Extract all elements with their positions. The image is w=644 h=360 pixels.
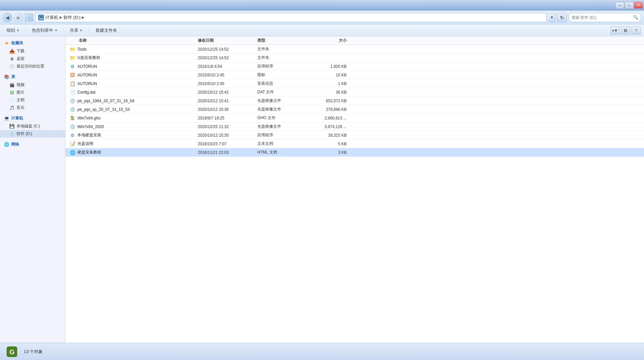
sidebar-item-recent[interactable]: 🕐 最近访问的位置 <box>0 63 65 70</box>
file-size-cell: 1,926 KB <box>310 64 353 69</box>
sidebar-favorites-header[interactable]: ★ 收藏夹 <box>0 39 65 47</box>
table-row[interactable]: 📁 Tools 2020/12/25 14:52 文件夹 <box>65 45 644 54</box>
file-type-cell: 应用程序 <box>257 64 310 69</box>
col-header-type[interactable]: 类型 <box>257 38 310 43</box>
organize-button[interactable]: 组织 ▼ <box>3 26 23 35</box>
col-header-name[interactable]: 名称 <box>65 38 198 43</box>
desktop-icon: 🖥 <box>9 56 15 62</box>
sidebar-network-label: 网络 <box>11 142 19 147</box>
file-date-cell: 2020/10/12 15:41 <box>198 99 257 103</box>
file-name-text: Tools <box>77 47 87 52</box>
table-row[interactable]: ⚙ AUTORUN 2016/1/8 4:54 应用程序 1,926 KB <box>65 62 644 71</box>
sidebar-item-docs[interactable]: 📄 文档 <box>0 96 65 104</box>
share-dropdown-icon: ▼ <box>80 29 83 32</box>
preview-pane-button[interactable]: ▤ <box>621 26 630 34</box>
file-icon: 🌐 <box>69 150 75 156</box>
sidebar-item-music[interactable]: 🎵 音乐 <box>0 104 65 112</box>
table-row[interactable]: 📄 Config.dat 2020/10/12 15:42 DAT 文件 36 … <box>65 88 644 97</box>
sidebar-network: 🌐 网络 <box>0 140 65 149</box>
c-drive-icon: 💾 <box>9 124 15 129</box>
back-button[interactable]: ◀ <box>3 13 12 22</box>
file-size-cell: 1 KB <box>310 81 353 86</box>
table-row[interactable]: 💿 Win7x64_2020 2020/12/25 11:32 光盘映像文件 3… <box>65 122 644 131</box>
sidebar-library-header[interactable]: 📚 库 <box>0 73 65 81</box>
file-type-cell: HTML 文档 <box>257 150 310 155</box>
sidebar-item-download[interactable]: 📥 下载 <box>0 47 65 55</box>
table-row[interactable]: 📝 光盘说明 2016/10/23 7:07 文本文档 5 KB <box>65 140 644 148</box>
search-bar[interactable]: 🔍 <box>569 13 641 22</box>
help-button[interactable]: ? <box>631 26 641 34</box>
view-options-button[interactable]: ≡▼ <box>610 26 620 34</box>
computer-icon: 💻 <box>38 15 44 21</box>
file-area: 名称 修改日期 类型 大小 📁 Tools 2020/12/25 14:52 文… <box>65 36 644 343</box>
table-row[interactable]: 🖼 AUTORUN 2015/5/10 2:45 图标 10 KB <box>65 71 644 79</box>
close-button[interactable]: ✕ <box>634 2 643 9</box>
up-button[interactable]: ↑ <box>25 14 33 22</box>
file-size-cell: 3,874,126 ... <box>310 124 353 129</box>
table-row[interactable]: 📁 U盘安装教程 2020/12/25 14:52 文件夹 <box>65 54 644 62</box>
table-row[interactable]: 🌐 硬盘安装教程 2016/11/21 22:03 HTML 文档 3 KB <box>65 148 644 157</box>
file-name-text: pe_yqs_1064_20_07_31_16_04 <box>77 99 134 103</box>
file-name-text: Win7x64_2020 <box>77 124 104 129</box>
sidebar-item-desktop[interactable]: 🖥 桌面 <box>0 55 65 63</box>
file-name-text: 硬盘安装教程 <box>77 150 101 155</box>
sidebar-item-c-drive[interactable]: 💾 本地磁盘 (C:) <box>0 122 65 130</box>
file-icon: ⚙ <box>69 64 75 69</box>
breadcrumb-computer[interactable]: 计算机 <box>45 15 58 21</box>
file-name-cell: 🗜 Win7x64.gho <box>65 115 198 121</box>
breadcrumb-sep-1: ▶ <box>60 15 62 20</box>
col-header-size[interactable]: 大小 <box>310 38 353 43</box>
share-button[interactable]: 共享 ▼ <box>66 26 86 35</box>
breadcrumb[interactable]: 💻 计算机 ▶ 软件 (D:) ▶ <box>35 13 547 22</box>
table-row[interactable]: 💿 pe_yqs_1064_20_07_31_16_04 2020/10/12 … <box>65 97 644 105</box>
file-date-cell: 2020/10/12 15:42 <box>198 90 257 95</box>
search-icon: 🔍 <box>633 15 638 20</box>
sidebar-item-images[interactable]: 🖼 图片 <box>0 89 65 96</box>
file-rows-container: 📁 Tools 2020/12/25 14:52 文件夹 📁 U盘安装教程 20… <box>65 45 644 157</box>
address-dropdown[interactable]: ▼ <box>549 13 555 22</box>
file-icon: 💿 <box>69 98 75 104</box>
file-name-text: pe_yqs_xp_20_07_31_15_53 <box>77 107 130 112</box>
file-name-text: 光盘说明 <box>77 141 93 147</box>
computer-icon: 💻 <box>4 116 9 121</box>
file-name-cell: 📁 U盘安装教程 <box>65 55 198 61</box>
sidebar-item-video[interactable]: 🎬 视频 <box>0 81 65 89</box>
table-row[interactable]: 📋 AUTORUN 2015/5/10 2:45 安装信息 1 KB <box>65 79 644 88</box>
sidebar-computer: 💻 计算机 💾 本地磁盘 (C:) 💿 软件 (D:) <box>0 114 65 138</box>
sidebar-item-c-drive-label: 本地磁盘 (C:) <box>17 123 40 129</box>
doc-icon: 📄 <box>9 98 15 103</box>
file-name-text: AUTORUN <box>77 73 97 77</box>
sidebar: ★ 收藏夹 📥 下载 🖥 桌面 🕐 最近访问的位置 📚 库 🎬 <box>0 36 65 343</box>
sidebar-item-d-drive[interactable]: 💿 软件 (D:) <box>0 130 65 138</box>
file-icon: 💿 <box>69 124 75 130</box>
music-icon: 🎵 <box>9 105 15 111</box>
refresh-button[interactable]: ↻ <box>557 13 567 22</box>
file-size-cell: 3 KB <box>310 150 353 155</box>
file-size-cell: 28,315 KB <box>310 133 353 138</box>
file-date-cell: 2016/11/21 22:03 <box>198 150 257 155</box>
minimize-button[interactable]: ─ <box>616 2 624 9</box>
file-name-cell: 📁 Tools <box>65 46 198 52</box>
file-name-cell: 💿 pe_yqs_xp_20_07_31_15_53 <box>65 107 198 112</box>
table-row[interactable]: 💿 pe_yqs_xp_20_07_31_15_53 2020/10/12 15… <box>65 105 644 114</box>
sidebar-item-download-label: 下载 <box>17 48 24 54</box>
maximize-button[interactable]: □ <box>625 2 633 9</box>
sidebar-item-video-label: 视频 <box>17 82 24 88</box>
sidebar-computer-header[interactable]: 💻 计算机 <box>0 114 65 122</box>
col-header-date[interactable]: 修改日期 <box>198 38 257 43</box>
new-folder-button[interactable]: 新建文件夹 <box>92 26 121 35</box>
file-name-cell: 🖼 AUTORUN <box>65 72 198 78</box>
file-type-cell: DAT 文件 <box>257 89 310 95</box>
breadcrumb-drive[interactable]: 软件 (D:) <box>64 15 80 21</box>
d-drive-icon: 💿 <box>9 131 15 137</box>
forward-button[interactable]: ▶ <box>14 13 23 22</box>
archive-button[interactable]: 包含到库中 ▼ <box>28 26 61 35</box>
file-name-text: 本地硬盘安装 <box>77 132 101 138</box>
sidebar-network-header[interactable]: 🌐 网络 <box>0 140 65 149</box>
search-input[interactable] <box>572 15 632 20</box>
file-type-cell: 光盘映像文件 <box>257 98 310 104</box>
recent-icon: 🕐 <box>9 64 15 69</box>
table-row[interactable]: 🗜 Win7x64.gho 2019/9/7 19:25 GHO 文件 2,90… <box>65 114 644 122</box>
file-type-cell: GHO 文件 <box>257 115 310 121</box>
table-row[interactable]: ⚙ 本地硬盘安装 2020/10/12 15:30 应用程序 28,315 KB <box>65 131 644 140</box>
